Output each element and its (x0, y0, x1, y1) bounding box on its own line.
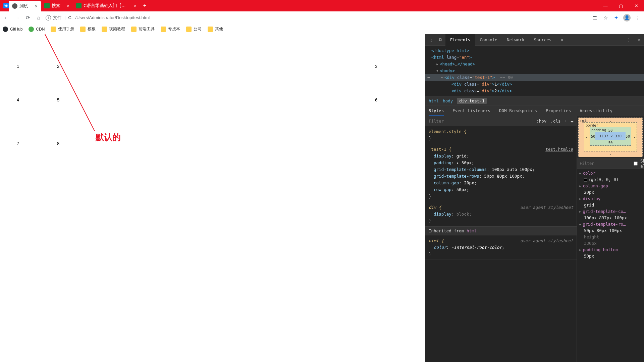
tab-2[interactable]: C语言零基础入门【基础教程】- × (73, 0, 140, 11)
grid-cell: 8 (57, 141, 368, 175)
annotation-text: 默认的 (96, 132, 121, 143)
menu-button[interactable]: ⋮ (634, 15, 641, 21)
globe-icon (12, 3, 17, 9)
breadcrumb: html body div.test-1 (425, 96, 644, 105)
back-button[interactable]: ← (3, 15, 10, 20)
close-icon[interactable]: × (67, 3, 70, 8)
show-all-checkbox[interactable] (634, 162, 638, 166)
settings-icon[interactable]: ⋮ (624, 37, 634, 43)
cdn-icon (29, 27, 34, 32)
test-1-grid: 1 2 3 4 5 6 7 8 (0, 47, 425, 191)
device-toolbar-icon[interactable]: ⧉ (435, 37, 445, 43)
hov-toggle[interactable]: :hov (536, 119, 546, 124)
grid-cell: 3 (375, 64, 409, 81)
bookmark-folder[interactable]: 使用手册 (51, 26, 74, 32)
profile-avatar[interactable]: 👤 (623, 14, 631, 21)
computed-pane: rgin -- border -- -- padding 50 50 (577, 116, 644, 362)
github-icon (3, 27, 8, 32)
bookmark-github[interactable]: GitHub (3, 27, 22, 32)
panel-event-listeners[interactable]: Event Listeners (452, 108, 490, 113)
titlebar: 译 测试 × 搜索 × C语言零基础入门【基础教程】- × + — ▢ ✕ (0, 0, 644, 11)
new-tab-button[interactable]: + (140, 0, 150, 11)
tab-sources[interactable]: Sources (529, 34, 556, 46)
star-icon[interactable]: ☆ (602, 15, 609, 21)
tab-0[interactable]: 测试 × (9, 1, 41, 11)
close-icon[interactable]: × (35, 4, 38, 9)
maximize-button[interactable]: ▢ (613, 0, 629, 11)
bookmark-folder[interactable]: 公司 (186, 26, 202, 32)
folder-icon (186, 27, 192, 32)
computed-list[interactable]: ▸color rgb(0, 0, 0) ▸column-gap 20px ▸di… (577, 169, 644, 261)
page-content: 1 2 3 4 5 6 7 8 默认的 (0, 34, 425, 362)
grid-cell: 4 (17, 97, 50, 124)
styles-filter-input[interactable] (425, 119, 533, 124)
close-devtools-icon[interactable]: ✕ (634, 37, 644, 43)
test1-style-block[interactable]: test.html:9 .test-1 { display: grid; pad… (425, 144, 577, 202)
close-icon[interactable]: × (134, 3, 137, 8)
crumb-body[interactable]: body (443, 98, 453, 103)
tab-1[interactable]: 搜索 × (41, 0, 73, 11)
computed-filter-input[interactable] (580, 161, 631, 166)
bookmark-folder[interactable]: 专接本 (161, 26, 180, 32)
home-button[interactable]: ⌂ (35, 15, 42, 20)
url-path: /Users/Administrator/Desktop/test.html (75, 15, 150, 20)
translate-extension-icon[interactable]: 译 (0, 0, 9, 11)
bookmark-folder[interactable]: 前端工具 (131, 26, 155, 32)
folder-icon (208, 27, 213, 32)
folder-icon (161, 27, 166, 32)
crumb-selected[interactable]: div.test-1 (457, 98, 487, 104)
url-info-label: 文件 (53, 15, 62, 21)
grid-cell: 2 (57, 64, 368, 81)
minimize-button[interactable]: — (598, 0, 613, 11)
more-icon[interactable]: ◢ (570, 119, 574, 123)
show-all-label: Show all (640, 159, 644, 169)
forward-button[interactable]: → (13, 15, 21, 20)
div-style-block[interactable]: user agent stylesheet div { display: blo… (425, 202, 577, 227)
url-box[interactable]: i文件 | C:/Users/Administrator/Desktop/tes… (46, 15, 588, 21)
inspect-element-icon[interactable]: ⬚ (425, 37, 435, 43)
bookmarks-bar: GitHub CDN 使用手册 模板 视频教程 前端工具 专接本 公司 其他 (0, 24, 644, 34)
more-tabs[interactable]: » (556, 34, 568, 46)
folder-icon (131, 27, 137, 32)
cls-toggle[interactable]: .cls (550, 119, 560, 124)
favicon-icon (44, 3, 50, 8)
source-link[interactable]: test.html:9 (545, 146, 573, 153)
box-model-content: 1137 × 330 (595, 132, 626, 140)
devtools: ⬚ ⧉ Elements Console Network Sources » ⋮… (425, 34, 644, 362)
panel-dom-breakpoints[interactable]: DOM Breakpoints (499, 108, 537, 113)
grid-cell: 7 (17, 141, 50, 175)
dom-tree[interactable]: <!doctype html> <html lang="en"> ▸<head>… (425, 46, 644, 96)
inherited-label: Inherited from html (425, 227, 577, 235)
folder-icon (80, 27, 86, 32)
grid-cell: 5 (57, 97, 368, 124)
bookmark-cdn[interactable]: CDN (29, 27, 45, 32)
box-model[interactable]: rgin -- border -- -- padding 50 50 (577, 116, 644, 159)
tab-console[interactable]: Console (475, 34, 502, 46)
window-controls: — ▢ ✕ (598, 0, 644, 11)
translate-icon: 译 (3, 3, 9, 8)
new-rule-button[interactable]: + (565, 119, 567, 124)
tab-title: 测试 (19, 3, 28, 9)
devtools-tabs: ⬚ ⧉ Elements Console Network Sources » ⋮… (425, 34, 644, 46)
tab-network[interactable]: Network (502, 34, 529, 46)
favicon-icon (76, 3, 82, 8)
folder-icon (51, 27, 56, 32)
folder-icon (102, 27, 107, 32)
panel-styles[interactable]: Styles (429, 108, 444, 116)
tab-elements[interactable]: Elements (445, 34, 475, 46)
url-prefix: C: (68, 15, 72, 20)
panel-properties[interactable]: Properties (546, 108, 571, 113)
bookmark-folder[interactable]: 其他 (208, 26, 223, 32)
element-style-block[interactable]: element.style {} (425, 126, 577, 144)
bookmark-folder[interactable]: 模板 (80, 26, 96, 32)
extension-icon[interactable]: ✦ (612, 15, 620, 21)
address-bar: ← → ⟳ ⌂ i文件 | C:/Users/Administrator/Des… (0, 11, 644, 24)
html-style-block[interactable]: user agent stylesheet html { color: -int… (425, 235, 577, 260)
panel-accessibility[interactable]: Accessibility (580, 108, 612, 113)
reload-button[interactable]: ⟳ (24, 15, 32, 21)
bookmark-folder[interactable]: 视频教程 (102, 26, 125, 32)
translate-page-icon[interactable]: 🗔 (591, 15, 598, 20)
crumb-html[interactable]: html (429, 98, 439, 103)
close-window-button[interactable]: ✕ (629, 0, 644, 11)
side-panels: Styles Event Listeners DOM Breakpoints P… (425, 105, 644, 116)
